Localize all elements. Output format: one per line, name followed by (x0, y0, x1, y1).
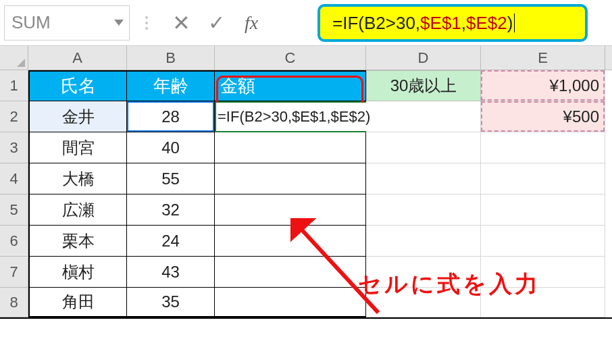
row-header-4[interactable]: 4 (0, 163, 28, 194)
cell-B8[interactable]: 35 (127, 288, 215, 317)
cell-B2-value: 28 (161, 107, 180, 126)
cell-D1[interactable]: 30歳以上 (366, 70, 481, 101)
cell-E2[interactable]: ¥500 (481, 101, 605, 132)
cell-A5[interactable]: 広瀬 (28, 194, 127, 226)
formula-bar-input[interactable]: =IF(B2>30,$E$1,$E$2) (317, 4, 588, 42)
text-cursor (514, 14, 515, 32)
formula-comma: , (461, 13, 466, 34)
cell-formula-text: =IF(B2>30,$E$1,$E$2) (218, 108, 370, 126)
header-name[interactable]: 氏名 (28, 70, 127, 101)
enter-button[interactable]: ✓ (199, 5, 234, 41)
cell-C5[interactable] (215, 194, 366, 226)
column-header-row: A B C D E (0, 46, 612, 70)
cell-D3[interactable] (366, 132, 481, 163)
cell-D4[interactable] (366, 163, 481, 194)
table-header-row: 1 氏名 年齢 金額 30歳以上 ¥1,000 (0, 70, 612, 101)
table-row: 5 広瀬 32 (0, 194, 612, 226)
cell-C4[interactable] (215, 163, 366, 194)
worksheet-grid[interactable]: A B C D E 1 氏名 年齢 金額 30歳以上 ¥1,000 2 金井 2… (0, 46, 612, 319)
cell-D5[interactable] (366, 194, 481, 226)
formula-arg1: $E$1 (420, 13, 461, 34)
name-box-dropdown-icon[interactable] (114, 20, 124, 26)
column-header-E[interactable]: E (481, 46, 605, 70)
column-header-B[interactable]: B (127, 46, 215, 70)
cell-A6[interactable]: 栗本 (28, 226, 127, 257)
cell-D2[interactable] (366, 101, 481, 132)
cancel-button[interactable]: ✕ (163, 5, 199, 41)
cell-E5[interactable] (481, 194, 605, 226)
column-header-A[interactable]: A (28, 46, 127, 70)
name-box-text: SUM (11, 12, 51, 33)
cell-A4[interactable]: 大橋 (28, 163, 127, 194)
row-header-7[interactable]: 7 (0, 257, 28, 288)
cell-B4[interactable]: 55 (127, 163, 215, 194)
insert-function-button[interactable]: fx (234, 5, 269, 41)
column-header-D[interactable]: D (366, 46, 481, 70)
cell-B7[interactable]: 43 (127, 257, 215, 288)
column-header-C[interactable]: C (215, 46, 366, 70)
formula-bar: SUM ✕ ✓ fx =IF(B2>30,$E$1,$E$2) (0, 0, 612, 46)
cell-E1-value: ¥1,000 (550, 76, 599, 95)
row-header-1[interactable]: 1 (0, 70, 28, 101)
cell-A3[interactable]: 間宮 (28, 132, 127, 163)
cell-editing-text: =IF(B2>30,$E$1,$E$2) (216, 103, 372, 131)
formula-prefix: =IF(B2>30, (332, 13, 420, 34)
table-row: 6 栗本 24 (0, 226, 612, 257)
cell-C7[interactable] (215, 257, 366, 288)
cell-E4[interactable] (481, 163, 605, 194)
header-amount[interactable]: 金額 (215, 70, 366, 101)
cell-E6[interactable] (481, 226, 605, 257)
callout-annotation: セルに式を入力 (358, 269, 540, 300)
cell-E3[interactable] (481, 132, 605, 163)
cell-D6[interactable] (366, 226, 481, 257)
row-header-2[interactable]: 2 (0, 101, 28, 132)
cell-C3[interactable] (215, 132, 366, 163)
formula-arg2: $E$2 (466, 13, 507, 34)
cell-A2[interactable]: 金井 (28, 101, 127, 132)
table-row: 4 大橋 55 (0, 163, 612, 194)
name-box[interactable]: SUM (4, 5, 130, 41)
fx-label: fx (245, 12, 258, 34)
cell-B5[interactable]: 32 (127, 194, 215, 226)
row-header-3[interactable]: 3 (0, 132, 28, 163)
cell-B2[interactable]: 28 (127, 101, 215, 132)
row-header-8[interactable]: 8 (0, 288, 28, 317)
formula-suffix: ) (507, 13, 513, 34)
cell-E1[interactable]: ¥1,000 (481, 70, 605, 101)
formula-bar-divider (142, 16, 151, 30)
cell-C8[interactable] (215, 288, 366, 317)
cell-B3[interactable]: 40 (127, 132, 215, 163)
cell-E2-value: ¥500 (563, 107, 599, 126)
row-header-6[interactable]: 6 (0, 226, 28, 257)
cell-C6[interactable] (215, 226, 366, 257)
select-all-corner[interactable] (0, 46, 28, 70)
row-header-5[interactable]: 5 (0, 194, 28, 226)
cell-A7[interactable]: 槇村 (28, 257, 127, 288)
table-row: 3 間宮 40 (0, 132, 612, 163)
cell-A8[interactable]: 角田 (28, 288, 127, 317)
header-age[interactable]: 年齢 (127, 70, 215, 101)
cell-B6[interactable]: 24 (127, 226, 215, 257)
